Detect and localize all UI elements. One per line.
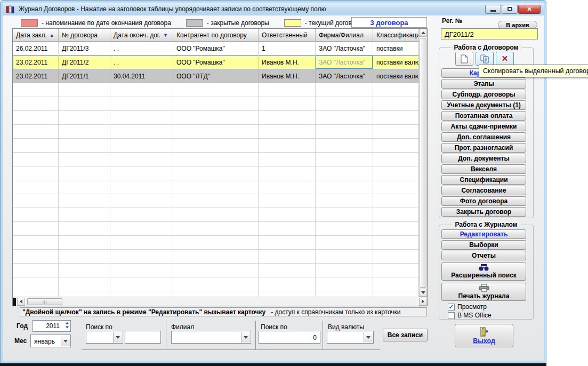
year-stepper[interactable]: 2011 xyxy=(33,320,71,332)
reports-button[interactable]: Отчеты xyxy=(441,251,526,260)
restore-button[interactable] xyxy=(502,5,518,14)
vertical-scroll-thumb[interactable] xyxy=(420,38,426,288)
cell[interactable]: ДГ2011/3 xyxy=(59,42,110,55)
new-contract-button[interactable] xyxy=(455,52,473,66)
cell[interactable]: ЗАО "Ласточка" xyxy=(316,42,373,55)
cell[interactable]: ООО "Ромашка" xyxy=(173,42,259,55)
reg-number-input[interactable]: ДГ2011/2 xyxy=(441,28,538,39)
column-header-contractor[interactable]: Контрагент по договору xyxy=(173,29,259,42)
close-contract-button[interactable]: Закрыть договор xyxy=(441,207,526,217)
copy-icon xyxy=(480,54,489,63)
year-value: 2011 xyxy=(46,322,60,330)
column-header-classification[interactable]: Классификация xyxy=(373,29,420,42)
archive-button[interactable]: В архив xyxy=(498,21,537,29)
scroll-down-button[interactable] xyxy=(419,289,427,297)
specifications-button[interactable]: Спецификации xyxy=(441,175,526,185)
chevron-down-icon xyxy=(116,336,120,339)
selections-button[interactable]: Выборки xyxy=(441,240,526,250)
addendums-button[interactable]: Доп. соглашения xyxy=(441,132,526,142)
stepper-arrows[interactable] xyxy=(65,322,69,329)
column-header-date-signed[interactable]: Дата закл.▲ xyxy=(13,29,59,42)
approval-button[interactable]: Согласование xyxy=(441,186,526,195)
cell[interactable]: Иванов М.Н. xyxy=(259,69,316,83)
cell[interactable]: ДГ2011/2 xyxy=(59,55,110,69)
cell[interactable]: поставки валют xyxy=(373,55,420,69)
vertical-scrollbar[interactable] xyxy=(418,29,427,297)
title-bar[interactable]: Журнал Договоров - Нажатие на заголовок … xyxy=(3,3,544,15)
search-by-section: Поиск по xyxy=(82,321,166,349)
additional-docs-button[interactable]: Доп. документы xyxy=(441,154,526,163)
cell[interactable]: . . xyxy=(110,42,173,55)
dropdown-button[interactable] xyxy=(113,332,122,343)
search-by-select[interactable] xyxy=(86,331,123,344)
dropdown-button[interactable] xyxy=(364,332,373,343)
cell[interactable]: ООО "ЛТД" xyxy=(173,69,259,83)
close-button[interactable]: ✕ xyxy=(518,5,541,14)
contractor-search-input[interactable]: 0 xyxy=(259,331,320,344)
dropdown-button[interactable] xyxy=(61,336,70,346)
status-text-bold: "Двойной щелчок" на запись в режиме "Ред… xyxy=(22,308,265,316)
cell[interactable]: Иванов М.Н. xyxy=(259,55,316,69)
cell[interactable]: поставки xyxy=(373,42,420,55)
dropdown-button[interactable] xyxy=(241,332,250,343)
all-records-button[interactable]: Все записи xyxy=(383,329,428,341)
column-header-number[interactable]: № договора xyxy=(59,29,110,42)
cell[interactable]: ДГ2011/1 xyxy=(59,69,110,83)
minimize-button[interactable] xyxy=(485,5,501,14)
table-row-current[interactable]: 23.02.2011 ДГ2011/2 . . ООО "Ромашка" Ив… xyxy=(13,55,420,69)
disagreement-protocols-button[interactable]: Прот. разногласий xyxy=(441,143,526,153)
empty-grid xyxy=(13,83,420,298)
branch-select[interactable] xyxy=(171,331,251,344)
cell[interactable]: . . xyxy=(110,55,173,69)
column-header-firm[interactable]: Фирма/Филиал xyxy=(316,29,373,42)
cell[interactable]: 30.04.2011 xyxy=(110,69,173,83)
table-row[interactable]: 26.02.2011 ДГ2011/3 . . ООО "Ромашка" 1 … xyxy=(13,42,420,55)
subcontracts-button[interactable]: Субподр. договоры xyxy=(441,90,526,99)
scroll-right-button[interactable] xyxy=(419,298,427,306)
column-header-date-end[interactable]: Дата оконч. дог.▼ xyxy=(110,29,173,42)
table-row-closed[interactable]: 23.02.2011 ДГ2011/1 30.04.2011 ООО "ЛТД"… xyxy=(13,69,420,83)
preview-checkbox[interactable]: ✓ Просмотр xyxy=(448,303,487,311)
month-select[interactable]: январь xyxy=(30,335,71,347)
scroll-up-button[interactable] xyxy=(419,29,427,37)
promissory-notes-button[interactable]: Векселя xyxy=(441,164,526,174)
scroll-left-button[interactable] xyxy=(17,298,25,306)
cell-focused[interactable]: ЗАО "Ласточка" xyxy=(316,55,373,69)
sort-asc-icon: ▲ xyxy=(50,33,54,38)
exit-button[interactable]: Выход xyxy=(455,324,513,347)
cell[interactable]: 23.02.2011 xyxy=(13,69,59,83)
cell[interactable]: 26.02.2011 xyxy=(13,42,59,55)
stages-button[interactable]: Этапы xyxy=(441,79,526,89)
ms-office-checkbox[interactable]: В MS Office xyxy=(448,312,492,319)
accounting-docs-button[interactable]: Учетные документы (1) xyxy=(441,100,526,110)
cell[interactable]: 23.02.2011 xyxy=(13,55,59,69)
horizontal-scroll-thumb[interactable]: ||| xyxy=(27,298,62,305)
column-header-responsible[interactable]: Ответственный xyxy=(259,29,316,42)
advanced-search-button[interactable]: Расширенный поиск xyxy=(441,262,526,281)
horizontal-scrollbar[interactable]: ||| xyxy=(13,297,427,306)
preview-checkbox-label: Просмотр xyxy=(457,303,487,311)
scroll-left-icon xyxy=(20,299,22,304)
chevron-down-icon xyxy=(63,340,68,343)
staged-payment-button[interactable]: Поэтапная оплата xyxy=(441,111,526,121)
close-icon: ✕ xyxy=(527,6,531,13)
legend-swatch-current xyxy=(284,19,301,27)
contract-photo-button[interactable]: Фото договора xyxy=(441,196,526,206)
print-journal-button[interactable]: Печать журнала xyxy=(441,283,526,301)
contract-count-link[interactable]: 3 договора xyxy=(351,17,427,28)
ms-office-checkbox-label: В MS Office xyxy=(457,312,492,319)
delete-contract-button[interactable]: ✕ xyxy=(496,52,514,66)
acceptance-acts-button[interactable]: Акты сдачи-приемки xyxy=(441,122,526,131)
cell[interactable]: 1 xyxy=(259,42,316,55)
copy-contract-button[interactable] xyxy=(476,52,494,66)
contract-group-title: Работа с Договором xyxy=(451,44,522,51)
search-by-input[interactable] xyxy=(125,331,161,344)
currency-select[interactable] xyxy=(327,331,374,344)
status-text: - доступ к справочникам только из карточ… xyxy=(271,308,400,316)
chevron-down-icon xyxy=(366,336,370,339)
edit-button[interactable]: Редактировать xyxy=(441,229,526,239)
cell[interactable]: ООО "Ромашка" xyxy=(173,55,259,69)
cell[interactable]: ЗАО "Ласточка" xyxy=(316,69,373,83)
cell[interactable]: поставки валют xyxy=(373,69,420,83)
scrollbar-splitter[interactable] xyxy=(13,298,16,306)
